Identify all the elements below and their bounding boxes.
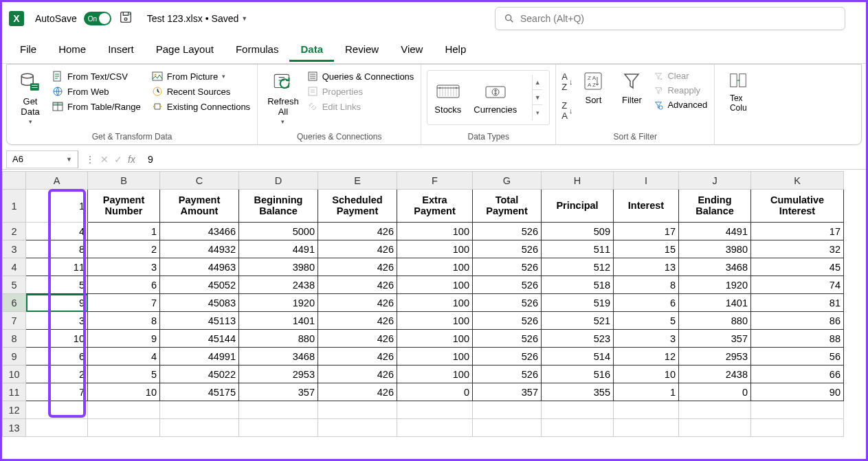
- cell[interactable]: 4: [26, 223, 88, 240]
- cell[interactable]: 357: [679, 330, 751, 348]
- cell[interactable]: 45175: [160, 383, 239, 401]
- cell[interactable]: 521: [542, 312, 614, 330]
- column-header[interactable]: H: [542, 172, 614, 190]
- cell[interactable]: 45113: [160, 312, 239, 330]
- cell[interactable]: 10: [26, 330, 88, 348]
- cell[interactable]: 2: [26, 366, 88, 383]
- column-header[interactable]: E: [318, 172, 397, 190]
- cell[interactable]: 32: [751, 240, 844, 258]
- cell[interactable]: 1: [614, 383, 679, 401]
- cell[interactable]: 8: [26, 240, 88, 258]
- cell[interactable]: [88, 401, 160, 419]
- cell[interactable]: 1: [88, 223, 160, 240]
- cell[interactable]: 4491: [679, 223, 751, 240]
- cell[interactable]: 518: [542, 276, 614, 294]
- formula-more-icon[interactable]: ⋮: [85, 154, 95, 165]
- from-table-range-button[interactable]: From Table/Range: [51, 100, 142, 113]
- cell[interactable]: ScheduledPayment: [318, 190, 397, 223]
- cell[interactable]: [679, 401, 751, 419]
- currencies-data-type[interactable]: Currencies: [474, 81, 517, 115]
- cell[interactable]: 90: [751, 383, 844, 401]
- cell[interactable]: TotalPayment: [473, 190, 542, 223]
- text-to-columns-button[interactable]: TexColu: [720, 67, 756, 115]
- row-header[interactable]: 5: [3, 276, 26, 294]
- cell[interactable]: 526: [473, 348, 542, 366]
- cell[interactable]: [26, 419, 88, 437]
- select-all-corner[interactable]: [3, 172, 26, 190]
- spreadsheet-grid[interactable]: ABCDEFGHIJK11PaymentNumberPaymentAmountB…: [2, 171, 866, 437]
- search-box[interactable]: [495, 7, 845, 30]
- column-header[interactable]: C: [160, 172, 239, 190]
- cell[interactable]: 3980: [679, 240, 751, 258]
- cell[interactable]: 426: [318, 312, 397, 330]
- cell[interactable]: 100: [397, 330, 473, 348]
- cell[interactable]: 88: [751, 330, 844, 348]
- cell[interactable]: 6: [614, 294, 679, 312]
- cell[interactable]: [542, 419, 614, 437]
- save-icon[interactable]: [118, 10, 133, 27]
- cell[interactable]: 2: [88, 240, 160, 258]
- column-header[interactable]: B: [88, 172, 160, 190]
- refresh-all-button[interactable]: Refresh All▾: [263, 67, 303, 128]
- cell[interactable]: 526: [473, 366, 542, 383]
- cell[interactable]: 2953: [239, 366, 318, 383]
- get-data-button[interactable]: Get Data▾: [12, 67, 48, 128]
- column-header[interactable]: A: [26, 172, 88, 190]
- cell[interactable]: 2438: [679, 366, 751, 383]
- menu-home[interactable]: Home: [47, 36, 97, 62]
- cell[interactable]: 526: [473, 258, 542, 276]
- row-header[interactable]: 3: [3, 240, 26, 258]
- cell[interactable]: [160, 419, 239, 437]
- cell[interactable]: 426: [318, 348, 397, 366]
- cell[interactable]: Principal: [542, 190, 614, 223]
- cell[interactable]: [542, 401, 614, 419]
- gallery-up[interactable]: ▲: [533, 75, 542, 90]
- cell[interactable]: 1401: [679, 294, 751, 312]
- cell[interactable]: 5: [614, 312, 679, 330]
- cell[interactable]: 100: [397, 276, 473, 294]
- cell[interactable]: 100: [397, 366, 473, 383]
- cell[interactable]: 100: [397, 258, 473, 276]
- menu-insert[interactable]: Insert: [97, 36, 145, 62]
- cell[interactable]: 426: [318, 240, 397, 258]
- cell[interactable]: CumulativeInterest: [751, 190, 844, 223]
- column-header[interactable]: J: [679, 172, 751, 190]
- row-header[interactable]: 12: [3, 401, 26, 419]
- cell[interactable]: 100: [397, 223, 473, 240]
- from-web-button[interactable]: From Web: [51, 85, 142, 98]
- file-name[interactable]: Test 123.xlsx • Saved ▼: [147, 13, 247, 24]
- cell[interactable]: 509: [542, 223, 614, 240]
- cell[interactable]: [318, 419, 397, 437]
- cell[interactable]: 100: [397, 312, 473, 330]
- column-header[interactable]: G: [473, 172, 542, 190]
- cell[interactable]: 56: [751, 348, 844, 366]
- cell[interactable]: 426: [318, 294, 397, 312]
- sort-button[interactable]: Z AA Z Sort: [575, 67, 611, 108]
- cell[interactable]: 426: [318, 276, 397, 294]
- cell[interactable]: ExtraPayment: [397, 190, 473, 223]
- column-header[interactable]: I: [614, 172, 679, 190]
- menu-data[interactable]: Data: [289, 36, 334, 62]
- cell[interactable]: 3980: [239, 258, 318, 276]
- cell[interactable]: 45052: [160, 276, 239, 294]
- sort-desc-button[interactable]: ZA↓: [561, 100, 572, 121]
- cell[interactable]: 355: [542, 383, 614, 401]
- cell[interactable]: 0: [397, 383, 473, 401]
- cell[interactable]: 45144: [160, 330, 239, 348]
- cell[interactable]: 1401: [239, 312, 318, 330]
- cell[interactable]: 512: [542, 258, 614, 276]
- name-box[interactable]: A6▼: [6, 150, 78, 168]
- cell[interactable]: 2953: [679, 348, 751, 366]
- row-header[interactable]: 7: [3, 312, 26, 330]
- cell[interactable]: 526: [473, 240, 542, 258]
- cell[interactable]: BeginningBalance: [239, 190, 318, 223]
- cell[interactable]: [614, 401, 679, 419]
- cell[interactable]: 4: [88, 348, 160, 366]
- cell[interactable]: 15: [614, 240, 679, 258]
- cell[interactable]: 13: [614, 258, 679, 276]
- cell[interactable]: [239, 401, 318, 419]
- row-header[interactable]: 2: [3, 223, 26, 240]
- autosave-toggle[interactable]: On: [84, 12, 111, 25]
- cell[interactable]: 426: [318, 223, 397, 240]
- cell[interactable]: 2438: [239, 276, 318, 294]
